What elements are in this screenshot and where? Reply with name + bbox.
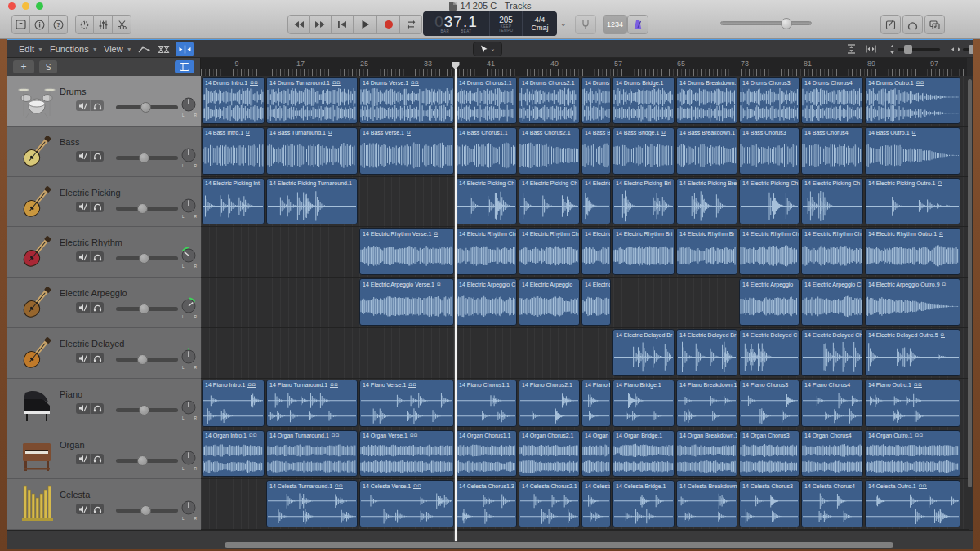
region[interactable]: 14 Drums Bridge.1 (612, 77, 675, 124)
region[interactable]: 14 Electric (581, 278, 611, 326)
volume-slider[interactable] (116, 459, 178, 463)
region[interactable]: 14 Piano Chorus2.1 (519, 380, 580, 427)
region[interactable]: 14 Electric Picking Turnaround.1 (266, 178, 358, 225)
volume-thumb[interactable] (140, 102, 151, 113)
region[interactable]: 14 Drums Chorus2.1 (519, 77, 580, 124)
volume-thumb[interactable] (137, 354, 148, 365)
loop-browser-button[interactable] (902, 15, 923, 34)
region[interactable]: 14 Drums Turnaround.1ΩΩ (266, 77, 358, 124)
volume-slider[interactable] (116, 156, 178, 160)
master-solo-button[interactable]: S (39, 60, 57, 73)
volume-slider[interactable] (116, 105, 178, 109)
tuner-button[interactable] (575, 15, 596, 34)
region[interactable]: 14 Bass Br (581, 127, 611, 175)
mute-button[interactable] (76, 353, 90, 363)
region[interactable]: 14 Bass Bridge.1Ω (612, 127, 675, 175)
region[interactable]: 14 Electric Picking Ch (739, 178, 800, 225)
region[interactable]: 14 Organ (581, 430, 611, 478)
solo-button[interactable] (90, 151, 104, 162)
cycle-button[interactable] (400, 15, 422, 34)
region[interactable]: 14 Bass Chorus3 (739, 127, 800, 175)
region[interactable]: 14 Organ Turnaround.1ΩΩ (266, 430, 358, 478)
region[interactable]: 14 Electric Picking Bre (676, 178, 737, 225)
region[interactable]: 14 Drums Intro.1ΩΩ (202, 77, 265, 124)
region[interactable]: 14 Celesta Turnaround.1ΩΩ (266, 480, 358, 527)
region[interactable]: 14 Bass Outro.1Ω (865, 127, 960, 175)
volume-slider[interactable] (116, 307, 178, 311)
solo-button[interactable] (90, 403, 104, 414)
region[interactable]: 14 Electric Rhythm Ch (456, 228, 517, 275)
region[interactable]: 14 Electric Rhythm Outro.1Ω (865, 228, 960, 275)
master-volume-thumb[interactable] (781, 18, 792, 29)
region[interactable]: 14 Electric Rhythm Ch (801, 228, 863, 275)
track-lanes[interactable]: 14 Drums Intro.1ΩΩ14 Drums Turnaround.1Ω… (201, 76, 969, 530)
catch-playhead-button[interactable] (176, 42, 194, 56)
mute-button[interactable] (76, 202, 90, 212)
track-lane-electric-picking[interactable]: 14 Electric Picking Int14 Electric Picki… (201, 177, 969, 228)
region[interactable]: 14 Celesta Chorus3 (739, 480, 800, 527)
mute-button[interactable] (76, 504, 90, 514)
flex-button[interactable] (154, 42, 172, 56)
master-volume-slider[interactable] (720, 21, 812, 25)
note-pads-button[interactable] (880, 15, 901, 34)
solo-button[interactable] (90, 353, 104, 363)
smart-controls-button[interactable] (75, 15, 94, 34)
horizontal-zoom-thumb[interactable] (969, 45, 973, 54)
playhead[interactable] (455, 69, 457, 541)
region[interactable]: 14 Bass Verse.1Ω (359, 127, 454, 175)
track-header-organ[interactable]: OrganLR (7, 429, 201, 480)
region[interactable]: 14 Electric Arpeggio (519, 278, 580, 326)
record-button[interactable] (377, 15, 400, 34)
lcd-menu-chevron-icon[interactable]: ⌄ (560, 20, 567, 28)
quick-help-button[interactable]: ? (49, 15, 68, 34)
track-header-piano[interactable]: PianoLR (7, 379, 201, 429)
region[interactable]: 14 Electric Rhythm Ch (519, 228, 580, 275)
volume-thumb[interactable] (139, 405, 149, 415)
region[interactable]: 14 Electric Delayed Br (612, 329, 675, 376)
track-lane-piano[interactable]: 14 Piano Intro.1ΩΩ14 Piano Turnaround.1Ω… (201, 379, 969, 429)
vertical-scrollbar[interactable] (968, 79, 972, 487)
volume-thumb[interactable] (137, 455, 148, 466)
region[interactable]: 14 Celesta (581, 480, 611, 527)
solo-button[interactable] (90, 504, 104, 514)
region[interactable]: 14 Drums Chorus3 (739, 77, 800, 124)
automation-button[interactable] (135, 42, 153, 56)
region[interactable]: 14 Piano Intro.1ΩΩ (202, 380, 265, 427)
region[interactable]: 14 Drums (581, 77, 611, 124)
vertical-zoom-slider[interactable] (898, 48, 940, 51)
track-header-electric-picking[interactable]: Electric PickingLR (7, 177, 201, 228)
editors-button[interactable] (113, 15, 131, 34)
mixer-button[interactable] (94, 15, 113, 34)
mute-button[interactable] (76, 403, 90, 414)
region[interactable]: 14 Electric Delayed Outro.5Ω (865, 329, 960, 376)
region[interactable]: 14 Organ Breakdown.1 (676, 430, 737, 478)
region[interactable]: 14 Piano Bridge.1 (612, 380, 675, 427)
mute-button[interactable] (76, 454, 90, 464)
region[interactable]: 14 Electric Rhythm Br (676, 228, 737, 275)
region[interactable]: 14 Bass Chorus2.1 (519, 127, 580, 175)
lcd-display[interactable]: 037.1 BARBEAT 205 KEEP TEMPO 4/4 Cmaj (423, 11, 557, 36)
region[interactable]: 14 Electric Arpeggio C (801, 278, 863, 326)
region[interactable]: 14 Celesta Outro.1ΩΩ (865, 480, 960, 527)
forward-button[interactable] (310, 15, 332, 34)
solo-button[interactable] (90, 100, 104, 111)
volume-thumb[interactable] (139, 304, 149, 314)
region[interactable]: 14 Celesta Chorus1.3 (456, 480, 517, 527)
region[interactable]: 14 Drums Outro.1ΩΩ (865, 77, 960, 124)
region[interactable]: 14 Celesta Chorus2.1 (519, 480, 580, 527)
volume-slider[interactable] (116, 408, 178, 412)
region[interactable]: 14 Electric (581, 178, 611, 225)
track-header-celesta[interactable]: CelestaLR (7, 479, 201, 530)
track-header-electric-delayed[interactable]: Electric DelayedLR (7, 328, 201, 379)
region[interactable]: 14 Organ Verse.1ΩΩ (359, 430, 454, 478)
track-lane-drums[interactable]: 14 Drums Intro.1ΩΩ14 Drums Turnaround.1Ω… (201, 76, 969, 127)
region[interactable]: 14 Piano Turnaround.1ΩΩ (266, 380, 358, 427)
menu-functions[interactable]: Functions▼ (50, 40, 98, 58)
solo-button[interactable] (90, 454, 104, 464)
solo-button[interactable] (90, 251, 104, 262)
horizontal-zoom-control[interactable] (951, 42, 973, 56)
rewind-button[interactable] (287, 15, 310, 34)
tool-menu-button[interactable]: ⌄ (473, 42, 502, 56)
volume-thumb[interactable] (139, 253, 149, 264)
zoom-to-fit-horizontal-button[interactable] (862, 42, 880, 56)
